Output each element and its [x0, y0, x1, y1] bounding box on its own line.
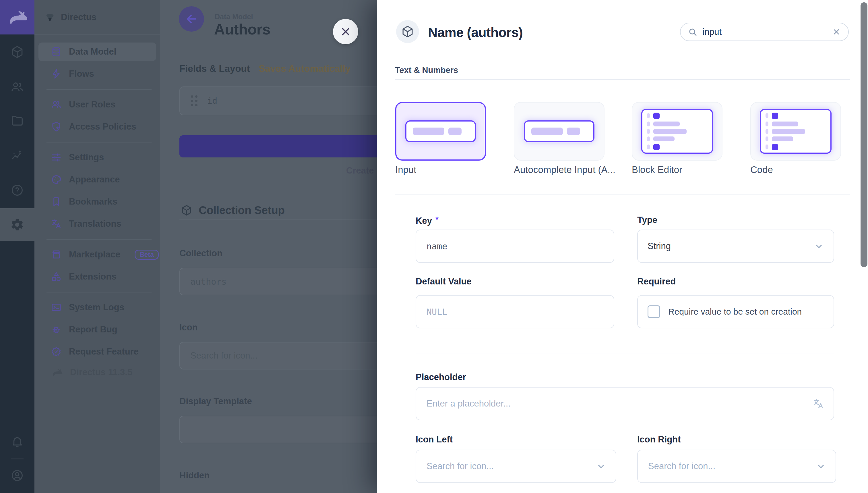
default-value-field[interactable]	[416, 295, 614, 328]
account-button[interactable]	[0, 463, 35, 488]
settings-nav-sidebar: Directus Data Model Flows User Roles	[35, 0, 160, 493]
interface-card-label: Input	[395, 164, 416, 175]
chevron-down-icon	[814, 241, 824, 251]
monitoring-icon	[10, 149, 24, 162]
editor-preview	[641, 109, 713, 154]
placeholder-label: Placeholder	[416, 372, 466, 382]
nav-item-label: User Roles	[69, 100, 115, 110]
placeholder-field[interactable]	[416, 387, 834, 420]
nav-item-system-logs[interactable]: System Logs	[39, 298, 156, 317]
interface-card-autocomplete[interactable]	[514, 102, 604, 160]
nav-item-label: Extensions	[69, 272, 116, 282]
database-icon	[51, 46, 62, 57]
icon-left-input[interactable]	[426, 461, 590, 472]
notifications-button[interactable]	[0, 429, 35, 454]
project-status-icon	[44, 12, 56, 23]
nav-item-settings[interactable]: Settings	[39, 148, 156, 167]
bell-icon	[10, 435, 24, 448]
nav-item-label: Bookmarks	[69, 196, 117, 207]
icon-label: Icon	[179, 322, 198, 333]
input-preview	[405, 121, 476, 142]
main-content: Data Model Authors Fields & Layout Saves…	[160, 0, 377, 493]
interface-card-label: Block Editor	[632, 164, 682, 175]
type-value: String	[647, 241, 808, 251]
nav-item-data-model[interactable]: Data Model	[39, 43, 156, 61]
nav-item-access-policies[interactable]: Access Policies	[39, 117, 156, 136]
interface-card-code[interactable]	[750, 102, 841, 160]
terminal-icon	[51, 302, 62, 313]
key-field[interactable]	[416, 230, 614, 263]
category-icon	[51, 272, 62, 282]
nav-item-appearance[interactable]: Appearance	[39, 170, 156, 189]
nav-item-user-roles[interactable]: User Roles	[39, 95, 156, 114]
type-label: Type	[637, 215, 657, 225]
beta-badge: Beta	[135, 250, 159, 260]
nav-item-report-bug[interactable]: Report Bug	[39, 320, 156, 339]
field-row-id[interactable]: id	[179, 86, 377, 115]
nav-item-label: Appearance	[69, 174, 120, 185]
collection-value: authors	[190, 277, 227, 287]
nav-item-marketplace[interactable]: Marketplace Beta	[39, 245, 156, 264]
module-insights-button[interactable]	[0, 143, 35, 169]
rabbit-icon	[51, 369, 63, 376]
collection-label: Collection	[179, 248, 223, 259]
translate-icon[interactable]	[813, 398, 824, 409]
section-divider	[395, 194, 850, 194]
display-template-input[interactable]	[179, 416, 377, 443]
interface-card-block-editor[interactable]	[632, 102, 723, 160]
drag-handle-icon[interactable]	[191, 95, 198, 106]
icon-left-select[interactable]	[416, 450, 616, 483]
nav-item-flows[interactable]: Flows	[39, 65, 156, 83]
nav-item-translations[interactable]: Translations	[39, 215, 156, 233]
interface-search-input[interactable]	[702, 26, 827, 37]
account-circle-icon	[10, 469, 24, 482]
required-checkbox[interactable]	[647, 305, 660, 318]
field-name: id	[207, 96, 217, 106]
close-drawer-button[interactable]	[333, 19, 358, 44]
module-users-button[interactable]	[0, 74, 35, 100]
required-field[interactable]: Require value to be set on creation	[637, 295, 834, 328]
form-divider	[416, 353, 834, 353]
seal-check-icon	[51, 346, 62, 357]
icon-right-input[interactable]	[647, 461, 810, 472]
rabbit-icon	[7, 10, 27, 24]
collection-input[interactable]: authors	[179, 268, 377, 295]
key-input[interactable]	[426, 241, 604, 252]
nav-divider	[46, 142, 152, 143]
create-field-advanced-link[interactable]: Create F	[346, 166, 377, 176]
section-divider	[179, 219, 377, 220]
back-button[interactable]	[179, 6, 204, 31]
palette-icon	[51, 174, 62, 185]
module-files-button[interactable]	[0, 108, 35, 134]
storefront-icon	[51, 249, 62, 260]
breadcrumb[interactable]: Data Model	[215, 13, 253, 21]
chevron-down-icon	[816, 462, 826, 471]
module-settings-button[interactable]	[0, 212, 35, 238]
create-field-button[interactable]	[179, 135, 377, 157]
cube-icon	[181, 205, 192, 216]
default-value-input[interactable]	[426, 306, 604, 317]
interface-card-input[interactable]	[395, 102, 486, 160]
nav-item-extensions[interactable]: Extensions	[39, 267, 156, 286]
drawer-scrollbar[interactable]	[861, 2, 867, 267]
module-content-button[interactable]	[0, 39, 35, 65]
key-label: Key*	[416, 215, 439, 226]
display-template-label: Display Template	[179, 396, 252, 407]
section-title: Collection Setup	[199, 204, 285, 217]
icon-input[interactable]: Search for icon...	[179, 342, 377, 369]
nav-item-label: Settings	[69, 152, 104, 163]
directus-logo[interactable]	[0, 0, 35, 35]
icon-right-select[interactable]	[637, 450, 836, 483]
nav-item-label: Report Bug	[69, 324, 117, 335]
interface-search[interactable]	[680, 23, 849, 41]
module-help-button[interactable]	[0, 177, 35, 203]
nav-item-request-feature[interactable]: Request Feature	[39, 342, 156, 361]
type-select[interactable]: String	[637, 230, 834, 263]
drawer-title: Name (authors)	[428, 25, 523, 40]
required-star: *	[435, 215, 439, 224]
nav-item-bookmarks[interactable]: Bookmarks	[39, 192, 156, 211]
placeholder-input[interactable]	[426, 398, 807, 409]
clear-search-icon[interactable]	[832, 27, 841, 36]
bolt-icon	[51, 69, 62, 79]
project-header[interactable]: Directus	[35, 0, 160, 35]
